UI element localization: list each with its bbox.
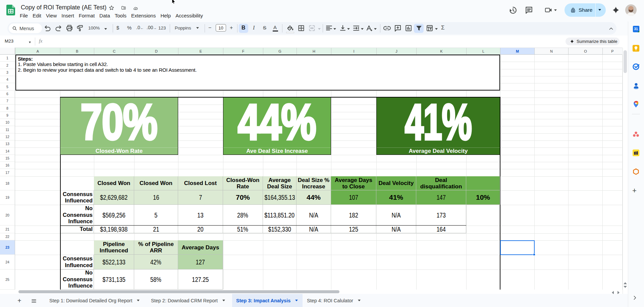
svg-text:31: 31	[634, 27, 638, 31]
